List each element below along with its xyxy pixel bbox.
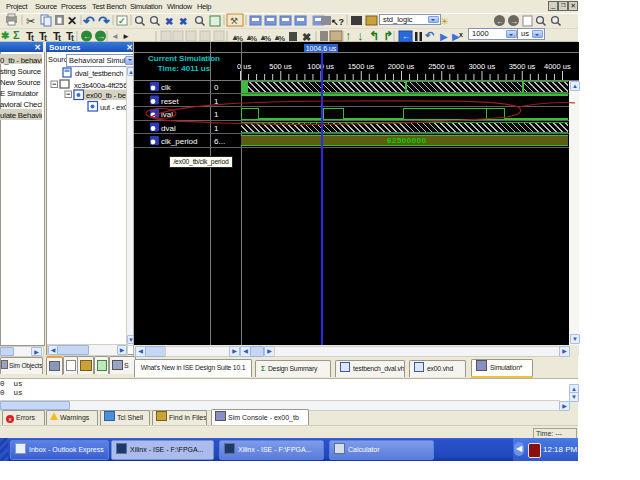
svg-text:xc3s400a-4ft256: xc3s400a-4ft256 — [74, 81, 127, 90]
svg-text:↶: ↶ — [82, 13, 95, 29]
svg-text:t: t — [31, 33, 34, 42]
svg-text:↰: ↰ — [369, 29, 379, 42]
svg-text:↖?: ↖? — [331, 17, 344, 27]
svg-text:←: ← — [402, 32, 410, 41]
svg-text:dval_testbench: dval_testbench — [75, 69, 123, 78]
svg-text:→: → — [510, 17, 518, 26]
svg-text:✓: ✓ — [118, 16, 126, 26]
svg-text:✖: ✖ — [179, 16, 187, 27]
svg-text:✕: ✕ — [67, 14, 77, 28]
svg-text:%: % — [250, 34, 257, 42]
svg-text:→: → — [97, 32, 105, 41]
svg-text:✱: ✱ — [1, 30, 10, 41]
svg-text:Σ: Σ — [13, 29, 20, 41]
svg-text:▶: ▶ — [440, 31, 448, 42]
svg-text:☀: ☀ — [440, 16, 449, 27]
svg-text:✂: ✂ — [26, 15, 35, 27]
svg-text:✖: ✖ — [165, 16, 173, 27]
svg-text:%: % — [278, 34, 285, 42]
svg-text:↷: ↷ — [98, 13, 110, 29]
svg-text:x: x — [459, 31, 463, 38]
svg-text:⚒: ⚒ — [230, 16, 238, 26]
svg-text:↓: ↓ — [357, 28, 364, 42]
svg-text:t: t — [58, 33, 61, 42]
svg-text:►: ► — [122, 32, 130, 41]
svg-text:t: t — [71, 33, 74, 42]
svg-text:↶: ↶ — [424, 29, 435, 41]
svg-text:↱: ↱ — [383, 29, 393, 42]
svg-text:←: ← — [496, 17, 504, 26]
svg-text:↑: ↑ — [345, 28, 352, 42]
svg-text:%: % — [236, 34, 243, 42]
svg-text:t: t — [44, 33, 47, 42]
svg-text:◄: ◄ — [111, 32, 119, 41]
svg-text:✖: ✖ — [302, 31, 311, 42]
svg-text:←: ← — [83, 32, 91, 41]
svg-text:%: % — [264, 34, 271, 42]
